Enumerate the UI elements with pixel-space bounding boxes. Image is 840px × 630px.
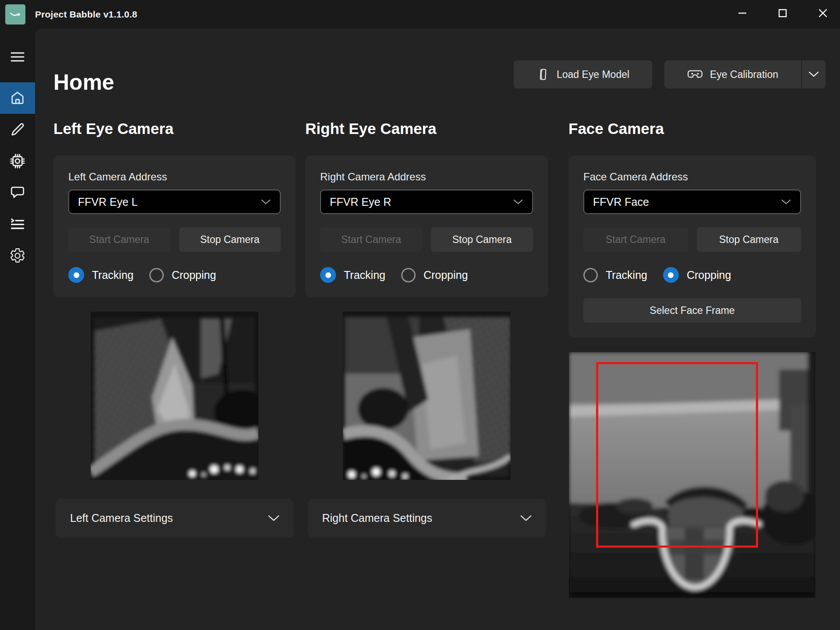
chevron-down-icon <box>781 199 791 205</box>
gear-icon <box>9 247 26 264</box>
chevron-down-icon <box>519 514 533 522</box>
left-eye-camera-heading: Left Eye Camera <box>53 119 296 138</box>
face-camera-section: Face Camera Face Camera Address FFVR Fac… <box>568 119 816 598</box>
face-camera-address-value: FFVR Face <box>593 196 781 208</box>
minimize-icon[interactable] <box>735 6 750 21</box>
right-camera-address-value: FFVR Eye R <box>330 196 513 208</box>
radio-circle-icon <box>320 267 336 283</box>
left-start-camera-button[interactable]: Start Camera <box>68 227 170 252</box>
sidebar-item-feedback[interactable] <box>0 177 35 208</box>
eye-calibration-label: Eye Calibration <box>710 69 778 81</box>
cropping-radio-label: Cropping <box>424 269 468 282</box>
close-icon[interactable] <box>815 6 830 21</box>
left-eye-camera-preview <box>91 312 258 480</box>
chevron-down-icon <box>267 514 280 522</box>
left-camera-settings-expander[interactable]: Left Camera Settings <box>56 499 293 538</box>
face-stop-camera-button[interactable]: Stop Camera <box>697 227 801 252</box>
face-cropping-radio[interactable]: Cropping <box>663 267 731 283</box>
terminal-log-icon <box>9 216 26 232</box>
chevron-down-icon <box>513 199 523 205</box>
sidebar-nav <box>0 82 35 271</box>
left-cropping-radio[interactable]: Cropping <box>149 268 216 282</box>
face-camera-address-select[interactable]: FFVR Face <box>583 190 801 214</box>
face-camera-preview[interactable] <box>569 352 815 598</box>
chip-icon <box>9 153 26 169</box>
face-camera-address-label: Face Camera Address <box>583 170 801 183</box>
left-camera-address-value: FFVR Eye L <box>78 196 261 208</box>
tracking-radio-label: Tracking <box>344 269 385 282</box>
eye-calibration-dropdown-button[interactable] <box>802 60 826 88</box>
eye-calibration-button[interactable]: Eye Calibration <box>664 60 801 88</box>
right-eye-camera-heading: Right Eye Camera <box>305 119 548 138</box>
left-camera-buttons: Start Camera Stop Camera <box>68 227 281 252</box>
babble-logo-icon <box>5 4 25 25</box>
left-camera-settings-label: Left Camera Settings <box>70 512 267 524</box>
left-camera-address-select[interactable]: FFVR Eye L <box>68 190 281 214</box>
window-controls <box>735 0 830 26</box>
tracking-radio-label: Tracking <box>606 269 647 282</box>
pencil-icon <box>9 121 26 138</box>
cropping-radio-label: Cropping <box>687 269 731 282</box>
chevron-down-icon <box>808 71 819 78</box>
face-start-camera-button[interactable]: Start Camera <box>583 227 688 252</box>
right-cropping-radio[interactable]: Cropping <box>401 268 468 282</box>
right-camera-mode-radio-group: Tracking Cropping <box>320 267 533 282</box>
babble-smile-glyph <box>8 7 22 21</box>
face-tracking-radio[interactable]: Tracking <box>583 268 647 282</box>
radio-circle-icon <box>149 268 164 282</box>
radio-circle-icon <box>68 267 84 283</box>
titlebar: Project Babble v1.1.0.8 <box>0 0 840 29</box>
left-stop-camera-button[interactable]: Stop Camera <box>179 227 281 252</box>
face-camera-mode-radio-group: Tracking Cropping <box>583 267 801 282</box>
load-eye-model-label: Load Eye Model <box>557 69 629 81</box>
maximize-icon[interactable] <box>775 6 790 21</box>
right-stop-camera-button[interactable]: Stop Camera <box>431 227 533 252</box>
hamburger-menu-icon[interactable] <box>0 45 35 69</box>
face-camera-buttons: Start Camera Stop Camera <box>583 227 801 252</box>
left-camera-mode-radio-group: Tracking Cropping <box>68 267 281 282</box>
window-title: Project Babble v1.1.0.8 <box>35 0 137 29</box>
right-camera-address-label: Right Camera Address <box>320 170 533 183</box>
model-book-icon <box>536 68 550 81</box>
sidebar-item-home[interactable] <box>0 82 35 114</box>
right-camera-panel: Right Camera Address FFVR Eye R Start Ca… <box>305 155 548 297</box>
right-camera-address-select[interactable]: FFVR Eye R <box>320 190 533 214</box>
right-camera-settings-label: Right Camera Settings <box>322 512 519 524</box>
radio-circle-icon <box>401 268 416 282</box>
chevron-down-icon <box>261 199 271 205</box>
home-icon <box>9 90 26 106</box>
right-eye-camera-section: Right Eye Camera Right Camera Address FF… <box>305 119 548 538</box>
left-tracking-radio[interactable]: Tracking <box>68 267 134 283</box>
page-title: Home <box>53 70 114 95</box>
chat-bubble-icon <box>9 184 26 201</box>
crop-rectangle[interactable] <box>596 362 758 548</box>
sidebar <box>0 29 35 630</box>
radio-circle-icon <box>583 268 598 282</box>
eye-calibration-split-button: Eye Calibration <box>664 60 826 88</box>
sidebar-item-settings[interactable] <box>0 240 35 271</box>
load-eye-model-button[interactable]: Load Eye Model <box>514 60 652 88</box>
right-camera-buttons: Start Camera Stop Camera <box>320 227 533 252</box>
tracking-radio-label: Tracking <box>92 269 134 282</box>
sidebar-item-logs[interactable] <box>0 208 35 240</box>
face-camera-panel: Face Camera Address FFVR Face Start Came… <box>568 155 816 338</box>
vr-goggles-icon <box>687 69 703 80</box>
right-start-camera-button[interactable]: Start Camera <box>320 227 422 252</box>
left-camera-address-label: Left Camera Address <box>68 170 281 183</box>
right-tracking-radio[interactable]: Tracking <box>320 267 385 283</box>
main-content: Home Load Eye Model Eye Calibration <box>35 29 840 630</box>
right-camera-settings-expander[interactable]: Right Camera Settings <box>308 499 546 538</box>
app-window: Project Babble v1.1.0.8 <box>0 0 840 630</box>
left-camera-panel: Left Camera Address FFVR Eye L Start Cam… <box>53 155 296 297</box>
radio-circle-icon <box>663 267 679 283</box>
right-eye-camera-preview <box>343 312 511 480</box>
sidebar-item-edit[interactable] <box>0 114 35 145</box>
select-face-frame-button[interactable]: Select Face Frame <box>583 298 801 323</box>
sidebar-item-algorithm[interactable] <box>0 145 35 177</box>
left-eye-camera-section: Left Eye Camera Left Camera Address FFVR… <box>53 119 296 538</box>
face-camera-heading: Face Camera <box>568 119 816 138</box>
cropping-radio-label: Cropping <box>172 269 216 282</box>
